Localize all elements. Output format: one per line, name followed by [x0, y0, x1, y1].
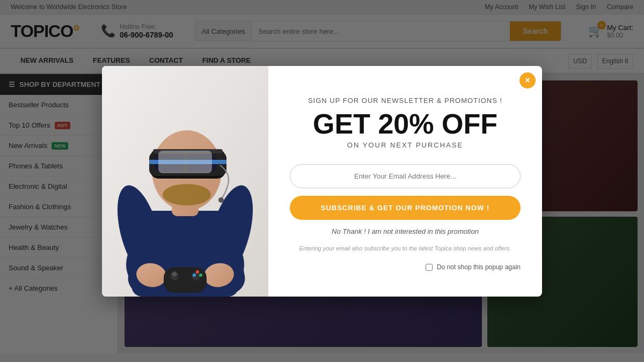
modal-overlay[interactable]: SIGN UP FOR OUR NEWSLETTER & PROMOTIONS …: [0, 0, 644, 362]
svg-point-7: [163, 184, 211, 205]
fine-print: Entering your email also subscribe you t…: [299, 244, 511, 253]
popup-content-area: SIGN UP FOR OUR NEWSLETTER & PROMOTIONS …: [268, 66, 542, 297]
dont-show-row: Do not shop this popup again: [426, 263, 521, 271]
newsletter-popup: SIGN UP FOR OUR NEWSLETTER & PROMOTIONS …: [102, 66, 542, 297]
dont-show-label: Do not shop this popup again: [437, 263, 521, 271]
popup-subtitle: SIGN UP FOR OUR NEWSLETTER & PROMOTIONS …: [308, 97, 502, 105]
close-popup-button[interactable]: ×: [519, 72, 536, 88]
email-input[interactable]: [290, 164, 521, 188]
svg-point-15: [218, 197, 224, 203]
popup-title: GET 20% OFF: [313, 110, 497, 138]
dont-show-checkbox[interactable]: [426, 264, 433, 271]
popup-image: [102, 66, 268, 297]
popup-desc: ON YOUR NEXT PURCHASE: [347, 141, 463, 149]
svg-rect-20: [164, 267, 207, 293]
vr-person-illustration: [102, 66, 268, 297]
svg-point-25: [193, 274, 196, 277]
subscribe-button[interactable]: SUBSCRIBE & GET OUR PROMOTION NOW !: [290, 196, 521, 220]
svg-point-24: [199, 274, 202, 277]
svg-point-22: [192, 272, 200, 280]
no-thanks-link[interactable]: No Thank ! I am not interested in this p…: [332, 227, 479, 235]
svg-rect-14: [158, 151, 212, 173]
svg-rect-27: [173, 271, 175, 277]
svg-point-23: [196, 270, 199, 274]
